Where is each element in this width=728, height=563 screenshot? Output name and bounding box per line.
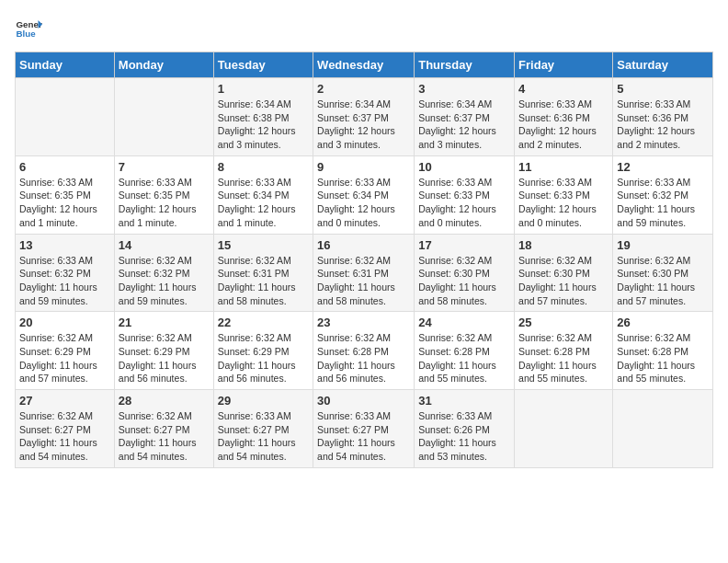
cell-detail: Sunrise: 6:33 AM Sunset: 6:32 PM Dayligh… [617, 176, 709, 230]
day-number: 28 [119, 394, 210, 408]
cell-detail: Sunrise: 6:32 AM Sunset: 6:31 PM Dayligh… [317, 254, 410, 308]
logo: General Blue [15, 15, 42, 42]
calendar-cell: 2Sunrise: 6:34 AM Sunset: 6:37 PM Daylig… [313, 78, 415, 156]
calendar-table: SundayMondayTuesdayWednesdayThursdayFrid… [15, 52, 713, 468]
calendar-cell: 12Sunrise: 6:33 AM Sunset: 6:32 PM Dayli… [613, 155, 713, 234]
day-number: 11 [518, 160, 609, 174]
calendar-cell: 1Sunrise: 6:34 AM Sunset: 6:38 PM Daylig… [213, 78, 313, 156]
day-number: 19 [617, 238, 709, 252]
week-row-1: 1Sunrise: 6:34 AM Sunset: 6:38 PM Daylig… [16, 78, 713, 156]
calendar-cell: 3Sunrise: 6:34 AM Sunset: 6:37 PM Daylig… [415, 78, 515, 156]
col-header-thursday: Thursday [415, 52, 515, 78]
calendar-cell: 4Sunrise: 6:33 AM Sunset: 6:36 PM Daylig… [515, 78, 613, 156]
calendar-cell: 8Sunrise: 6:33 AM Sunset: 6:34 PM Daylig… [213, 155, 313, 234]
logo-icon: General Blue [15, 15, 42, 42]
week-row-5: 27Sunrise: 6:32 AM Sunset: 6:27 PM Dayli… [16, 390, 713, 468]
calendar-cell: 30Sunrise: 6:33 AM Sunset: 6:27 PM Dayli… [313, 390, 415, 468]
calendar-cell: 27Sunrise: 6:32 AM Sunset: 6:27 PM Dayli… [16, 390, 115, 468]
day-number: 14 [119, 238, 210, 252]
day-number: 9 [317, 160, 410, 174]
cell-detail: Sunrise: 6:33 AM Sunset: 6:33 PM Dayligh… [418, 176, 510, 230]
calendar-cell: 17Sunrise: 6:32 AM Sunset: 6:30 PM Dayli… [415, 234, 515, 312]
cell-detail: Sunrise: 6:34 AM Sunset: 6:37 PM Dayligh… [418, 98, 510, 152]
calendar-cell: 6Sunrise: 6:33 AM Sunset: 6:35 PM Daylig… [16, 155, 115, 234]
day-number: 27 [19, 394, 110, 408]
cell-detail: Sunrise: 6:33 AM Sunset: 6:36 PM Dayligh… [518, 98, 609, 152]
calendar-cell: 15Sunrise: 6:32 AM Sunset: 6:31 PM Dayli… [213, 234, 313, 312]
col-header-monday: Monday [114, 52, 213, 78]
cell-detail: Sunrise: 6:33 AM Sunset: 6:36 PM Dayligh… [617, 98, 709, 152]
day-number: 10 [418, 160, 510, 174]
cell-detail: Sunrise: 6:32 AM Sunset: 6:29 PM Dayligh… [119, 331, 210, 385]
cell-detail: Sunrise: 6:33 AM Sunset: 6:34 PM Dayligh… [317, 176, 410, 230]
calendar-cell: 11Sunrise: 6:33 AM Sunset: 6:33 PM Dayli… [515, 155, 613, 234]
calendar-cell: 5Sunrise: 6:33 AM Sunset: 6:36 PM Daylig… [613, 78, 713, 156]
cell-detail: Sunrise: 6:32 AM Sunset: 6:28 PM Dayligh… [617, 331, 709, 385]
cell-detail: Sunrise: 6:32 AM Sunset: 6:28 PM Dayligh… [518, 331, 609, 385]
cell-detail: Sunrise: 6:32 AM Sunset: 6:30 PM Dayligh… [518, 254, 609, 308]
day-number: 21 [119, 316, 210, 329]
day-number: 25 [518, 316, 609, 329]
calendar-cell: 22Sunrise: 6:32 AM Sunset: 6:29 PM Dayli… [213, 312, 313, 390]
calendar-cell: 19Sunrise: 6:32 AM Sunset: 6:30 PM Dayli… [613, 234, 713, 312]
calendar-cell [613, 390, 713, 468]
day-number: 31 [418, 394, 510, 408]
day-number: 3 [418, 82, 510, 96]
calendar-cell: 28Sunrise: 6:32 AM Sunset: 6:27 PM Dayli… [114, 390, 213, 468]
cell-detail: Sunrise: 6:33 AM Sunset: 6:27 PM Dayligh… [218, 409, 309, 464]
calendar-header-row: SundayMondayTuesdayWednesdayThursdayFrid… [16, 52, 713, 78]
day-number: 7 [119, 160, 210, 174]
calendar-cell: 7Sunrise: 6:33 AM Sunset: 6:35 PM Daylig… [114, 155, 213, 234]
col-header-saturday: Saturday [613, 52, 713, 78]
calendar-cell: 23Sunrise: 6:32 AM Sunset: 6:28 PM Dayli… [313, 312, 415, 390]
day-number: 4 [518, 82, 609, 96]
cell-detail: Sunrise: 6:32 AM Sunset: 6:27 PM Dayligh… [119, 409, 210, 464]
cell-detail: Sunrise: 6:33 AM Sunset: 6:32 PM Dayligh… [19, 254, 110, 308]
col-header-tuesday: Tuesday [213, 52, 313, 78]
calendar-cell: 25Sunrise: 6:32 AM Sunset: 6:28 PM Dayli… [515, 312, 613, 390]
day-number: 13 [19, 238, 110, 252]
calendar-cell [114, 78, 213, 156]
day-number: 26 [617, 316, 709, 329]
cell-detail: Sunrise: 6:33 AM Sunset: 6:35 PM Dayligh… [119, 176, 210, 230]
day-number: 12 [617, 160, 709, 174]
day-number: 17 [418, 238, 510, 252]
calendar-cell: 9Sunrise: 6:33 AM Sunset: 6:34 PM Daylig… [313, 155, 415, 234]
calendar-cell: 21Sunrise: 6:32 AM Sunset: 6:29 PM Dayli… [114, 312, 213, 390]
calendar-cell: 29Sunrise: 6:33 AM Sunset: 6:27 PM Dayli… [213, 390, 313, 468]
col-header-friday: Friday [515, 52, 613, 78]
calendar-cell: 10Sunrise: 6:33 AM Sunset: 6:33 PM Dayli… [415, 155, 515, 234]
cell-detail: Sunrise: 6:32 AM Sunset: 6:30 PM Dayligh… [418, 254, 510, 308]
day-number: 1 [218, 82, 309, 96]
day-number: 18 [518, 238, 609, 252]
cell-detail: Sunrise: 6:32 AM Sunset: 6:28 PM Dayligh… [317, 331, 410, 385]
calendar-cell: 14Sunrise: 6:32 AM Sunset: 6:32 PM Dayli… [114, 234, 213, 312]
cell-detail: Sunrise: 6:33 AM Sunset: 6:35 PM Dayligh… [19, 176, 110, 230]
calendar-cell: 18Sunrise: 6:32 AM Sunset: 6:30 PM Dayli… [515, 234, 613, 312]
cell-detail: Sunrise: 6:33 AM Sunset: 6:33 PM Dayligh… [518, 176, 609, 230]
page-header: General Blue [15, 15, 713, 42]
week-row-3: 13Sunrise: 6:33 AM Sunset: 6:32 PM Dayli… [16, 234, 713, 312]
day-number: 23 [317, 316, 410, 329]
calendar-cell: 26Sunrise: 6:32 AM Sunset: 6:28 PM Dayli… [613, 312, 713, 390]
cell-detail: Sunrise: 6:32 AM Sunset: 6:27 PM Dayligh… [19, 409, 110, 464]
day-number: 16 [317, 238, 410, 252]
day-number: 29 [218, 394, 309, 408]
col-header-sunday: Sunday [16, 52, 115, 78]
day-number: 6 [19, 160, 110, 174]
day-number: 24 [418, 316, 510, 329]
day-number: 8 [218, 160, 309, 174]
cell-detail: Sunrise: 6:32 AM Sunset: 6:31 PM Dayligh… [218, 254, 309, 308]
cell-detail: Sunrise: 6:33 AM Sunset: 6:34 PM Dayligh… [218, 176, 309, 230]
day-number: 5 [617, 82, 709, 96]
day-number: 30 [317, 394, 410, 408]
week-row-4: 20Sunrise: 6:32 AM Sunset: 6:29 PM Dayli… [16, 312, 713, 390]
cell-detail: Sunrise: 6:32 AM Sunset: 6:29 PM Dayligh… [218, 331, 309, 385]
calendar-cell [16, 78, 115, 156]
calendar-cell: 16Sunrise: 6:32 AM Sunset: 6:31 PM Dayli… [313, 234, 415, 312]
week-row-2: 6Sunrise: 6:33 AM Sunset: 6:35 PM Daylig… [16, 155, 713, 234]
cell-detail: Sunrise: 6:32 AM Sunset: 6:30 PM Dayligh… [617, 254, 709, 308]
cell-detail: Sunrise: 6:32 AM Sunset: 6:29 PM Dayligh… [19, 331, 110, 385]
col-header-wednesday: Wednesday [313, 52, 415, 78]
day-number: 20 [19, 316, 110, 329]
